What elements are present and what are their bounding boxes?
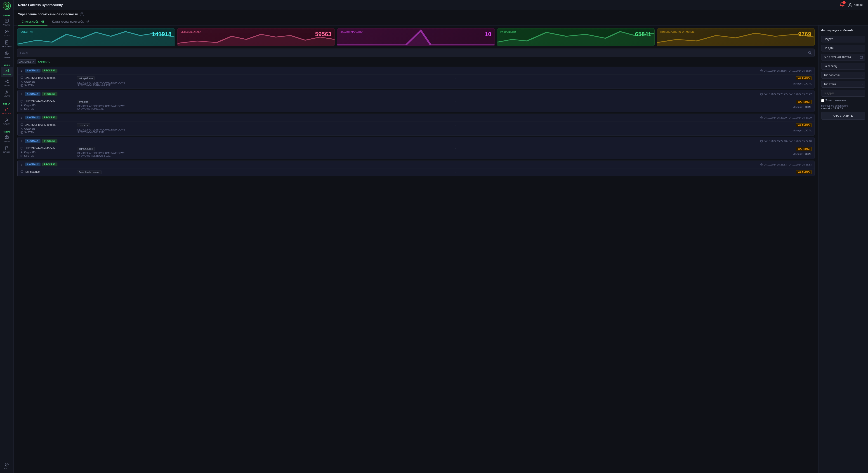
last-update-section: Последнее обновление 4 октября 15:29:03 <box>821 104 865 110</box>
event-card-body-4: TestInstance SearchIndexer.exe - WARNING <box>18 168 814 176</box>
clock-icon-3 <box>760 140 763 142</box>
subnet-select[interactable]: Подсеть ▾ <box>821 36 865 42</box>
stat-card-blocked: ЗАБЛОКИРОВАНО 10 <box>337 28 495 46</box>
monitor-icon-3 <box>21 147 23 150</box>
sidebar: NGXDR NGDRC NGIPS REPORTS NGWAF NGIDS NG… <box>0 0 13 473</box>
sidebar-item-ngwaf[interactable]: NGWAF <box>1 49 13 60</box>
display-button[interactable]: ОТОБРАЗИТЬ <box>821 112 865 120</box>
sidebar-item-ngsim[interactable]: NGSIM <box>1 144 13 155</box>
user-icon-2 <box>21 131 23 134</box>
event-card-body-0: LINETSKY-fe08e7466e3a Отдел ИБ SYSTEM <box>18 74 814 89</box>
sidebar-section-ngcips: NGCIPS <box>0 129 13 133</box>
event-card-1[interactable]: 1 ANOMALY PROCESS 04.10.2024 15:28:47 - … <box>17 90 815 112</box>
event-hostname-2: LINETSKY-fe08e7466e3a <box>21 123 75 127</box>
event-host-4: TestInstance <box>21 170 75 173</box>
filter-tag-remove[interactable]: ✕ <box>32 60 34 63</box>
badge-anomaly-4: ANOMALY <box>25 163 40 166</box>
event-user-0: SYSTEM <box>21 84 75 87</box>
event-card-body-1: LINETSKY-fe08e7466e3a Отдел ИБ SYSTEM <box>18 98 814 112</box>
event-type-select[interactable]: Тип события ▾ <box>821 72 865 78</box>
topbar-right: 1 admin1 <box>840 2 864 8</box>
event-card-header-1: 1 ANOMALY PROCESS 04.10.2024 15:28:47 - … <box>18 90 814 98</box>
last-update-label: Последнее обновление <box>821 104 865 107</box>
filter-tag-anomaly[interactable]: ANOMALY ✕ <box>17 59 36 64</box>
period-select[interactable]: За период ▾ <box>821 63 865 70</box>
event-time-4: 04.10.2024 15:26:53 - 04.10.2024 15:26:5… <box>760 163 812 166</box>
ngdrc-icon <box>4 18 9 23</box>
svg-point-30 <box>22 81 22 82</box>
filter-panel-title: Фильтрация событий <box>821 29 865 32</box>
attack-type-select[interactable]: Тип атаки ▾ <box>821 81 865 88</box>
sidebar-item-nglock[interactable]: NGLOCK <box>1 105 13 116</box>
event-path-2: \DEVICE\HARDDISKVOLUME3\WINDOWS\SYSWOW64… <box>76 128 126 134</box>
svg-point-9 <box>7 80 8 80</box>
sidebar-item-ngusa[interactable]: NGUSA <box>1 116 13 127</box>
ngusa-icon <box>4 117 9 123</box>
right-panel: Фильтрация событий Подсеть ▾ По дате ▾ 0… <box>818 26 868 473</box>
svg-point-38 <box>22 128 22 129</box>
attack-type-chevron-icon: ▾ <box>862 83 863 86</box>
clock-icon-0 <box>760 69 763 72</box>
event-card-0[interactable]: 1 ANOMALY PROCESS 04.10.2024 15:28:56 - … <box>17 67 815 89</box>
event-time-0: 04.10.2024 15:28:56 - 04.10.2024 15:28:5… <box>760 69 812 72</box>
only-external-row: Только внешние <box>821 99 865 102</box>
event-card-4[interactable]: 1 ANOMALY PROCESS 04.10.2024 15:26:53 - … <box>17 161 815 176</box>
svg-point-20 <box>842 6 843 7</box>
dept-icon-3 <box>21 151 23 154</box>
severity-badge-0: WARNING <box>796 76 812 80</box>
event-card-2[interactable]: 1 ANOMALY PROCESS 04.10.2024 15:27:29 - … <box>17 113 815 136</box>
svg-rect-17 <box>6 147 7 148</box>
nglock-icon <box>4 107 9 112</box>
sidebar-item-ngips[interactable]: NGIPS <box>1 28 13 38</box>
date-range-button[interactable]: 04.10.2024 - 04.10.2024 <box>821 54 865 61</box>
process-name-0: sstray64.exe <box>76 76 95 80</box>
event-card-body-3: LINETSKY-fe08e7466e3a Отдел ИБ SYSTEM <box>18 145 814 159</box>
event-num-2: 1 <box>21 116 23 119</box>
notification-badge: 1 <box>842 1 846 4</box>
topbar: Neuro Fortress Cybersecurity 1 admin1 <box>13 0 868 10</box>
ngsiem-icon <box>4 68 9 73</box>
ngdsn-icon <box>4 79 9 84</box>
svg-point-42 <box>22 151 22 153</box>
monitor-icon-4 <box>21 170 23 173</box>
page-help-button[interactable]: ? <box>80 12 84 16</box>
sidebar-item-label-nglock: NGLOCK <box>2 112 11 114</box>
sidebar-item-label-ngusa: NGUSA <box>3 123 10 125</box>
sidebar-item-ngvpn[interactable]: NGVPN <box>1 133 13 144</box>
sidebar-item-ngsiem[interactable]: NGSIEM <box>1 67 13 77</box>
sidebar-section-ngdlp: NGDLP <box>0 101 13 105</box>
clock-icon-4 <box>760 163 763 166</box>
by-date-select[interactable]: По дате ▾ <box>821 45 865 52</box>
svg-rect-29 <box>21 77 23 78</box>
search-input[interactable] <box>20 51 806 55</box>
event-card-3[interactable]: 1 ANOMALY PROCESS 04.10.2024 15:27:18 - … <box>17 137 815 159</box>
tab-correlation-map[interactable]: Карта корреляции событий <box>49 18 93 26</box>
location-value-1: LOCAL <box>804 106 812 108</box>
sidebar-item-ngdrc[interactable]: NGDRC <box>1 17 13 27</box>
badge-process-3: PROCESS <box>42 139 57 143</box>
event-host-0: LINETSKY-fe08e7466e3a Отдел ИБ SYSTEM <box>21 76 75 87</box>
event-time-2: 04.10.2024 15:27:29 - 04.10.2024 15:27:2… <box>760 116 812 119</box>
ip-address-input[interactable] <box>821 90 865 97</box>
sidebar-item-ngdsn[interactable]: NGDSN <box>1 77 13 88</box>
event-num-4: 1 <box>21 163 23 166</box>
severity-badge-3: WARNING <box>796 147 812 151</box>
svg-point-13 <box>6 119 7 120</box>
user-icon-0 <box>21 84 23 87</box>
sidebar-item-help[interactable]: ? HELP <box>1 461 13 471</box>
event-host-3: LINETSKY-fe08e7466e3a Отдел ИБ SYSTEM <box>21 147 75 157</box>
svg-point-8 <box>5 81 6 82</box>
svg-text:?: ? <box>6 464 7 466</box>
only-external-checkbox[interactable] <box>821 99 824 102</box>
notification-button[interactable]: 1 <box>840 2 845 8</box>
svg-rect-12 <box>6 109 8 111</box>
sidebar-item-ngsm[interactable]: NGSM <box>1 88 13 99</box>
tab-events-list[interactable]: Список событий <box>18 18 48 26</box>
badge-anomaly-3: ANOMALY <box>25 139 40 143</box>
sidebar-item-reports[interactable]: REPORTS <box>1 39 13 49</box>
svg-rect-37 <box>21 124 23 126</box>
user-menu[interactable]: admin1 <box>848 3 864 7</box>
app-logo <box>3 2 11 10</box>
ngsim-icon <box>4 146 9 150</box>
clear-filters-button[interactable]: Очистить <box>38 60 50 63</box>
